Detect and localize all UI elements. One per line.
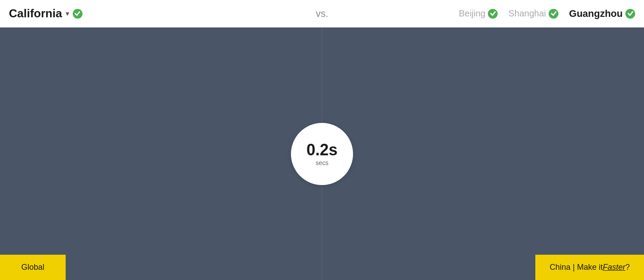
timer-unit: secs: [316, 159, 329, 166]
global-button[interactable]: Global: [0, 255, 66, 280]
shanghai-label: Shanghai: [508, 8, 546, 19]
vs-label: vs.: [316, 8, 328, 20]
beijing-check-icon: [488, 9, 498, 19]
guangzhou-label: Guangzhou: [569, 8, 623, 20]
china-suffix: ?: [625, 263, 630, 272]
timer-circle: 0.2s secs: [291, 123, 353, 185]
location-guangzhou[interactable]: Guangzhou: [569, 8, 635, 20]
china-link: Faster: [603, 263, 625, 272]
china-prefix: China | Make it: [550, 263, 603, 272]
app-header: California ▾ vs. Beijing Shanghai Guangz…: [0, 0, 644, 28]
beijing-label: Beijing: [459, 8, 485, 19]
china-button[interactable]: China | Make it Faster?: [535, 255, 644, 280]
timer-value: 0.2s: [306, 141, 338, 159]
location-selector-left[interactable]: California ▾: [9, 7, 82, 20]
locations-right: Beijing Shanghai Guangzhou: [459, 8, 635, 20]
shanghai-check-icon: [549, 9, 558, 19]
main-comparison-area: 0.2s secs Global China | Make it Faster?: [0, 28, 644, 280]
location-shanghai[interactable]: Shanghai: [508, 8, 558, 19]
china-button-text: China | Make it Faster?: [550, 263, 630, 272]
left-panel: [0, 28, 322, 280]
chevron-down-icon[interactable]: ▾: [66, 9, 69, 18]
left-location-title: California: [9, 7, 62, 20]
right-panel: [322, 28, 644, 280]
left-location-check-icon: [73, 9, 82, 19]
guangzhou-check-icon: [625, 9, 635, 19]
location-beijing[interactable]: Beijing: [459, 8, 498, 19]
